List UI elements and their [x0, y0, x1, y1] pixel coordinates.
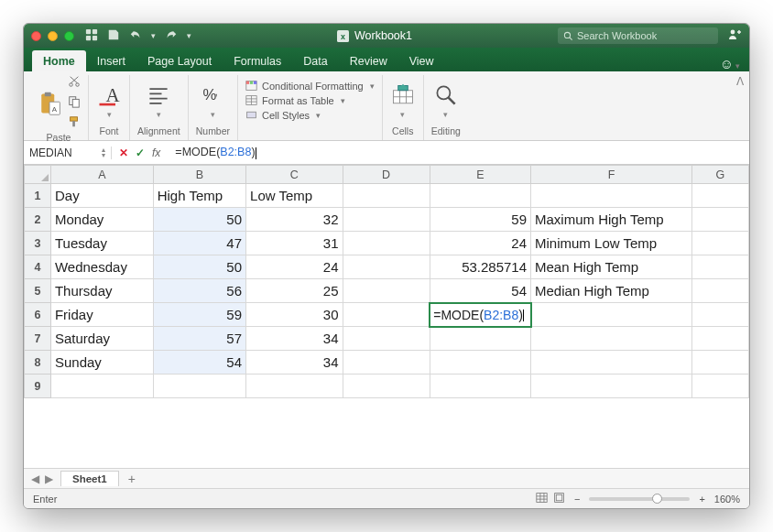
undo-icon[interactable]	[129, 28, 142, 44]
cell[interactable]: 47	[153, 232, 245, 255]
cell[interactable]	[343, 351, 430, 375]
col-header-G[interactable]: G	[691, 166, 748, 184]
cell[interactable]	[430, 327, 530, 351]
cell[interactable]	[343, 184, 430, 208]
cell[interactable]	[691, 232, 748, 255]
tab-formulas[interactable]: Formulas	[223, 50, 292, 71]
row-header[interactable]: 1	[25, 184, 51, 208]
autosave-icon[interactable]	[85, 28, 98, 44]
cell[interactable]: Median High Temp	[531, 279, 692, 303]
cell[interactable]	[531, 303, 692, 327]
cell[interactable]: Sunday	[50, 351, 153, 375]
undo-dropdown-icon[interactable]: ▾	[151, 31, 156, 40]
conditional-formatting-button[interactable]: Conditional Formatting▾	[245, 80, 375, 92]
zoom-out-button[interactable]: −	[574, 494, 580, 505]
cell[interactable]: 32	[246, 208, 343, 232]
col-header-B[interactable]: B	[153, 166, 245, 184]
cell[interactable]	[343, 375, 430, 398]
zoom-window-button[interactable]	[64, 31, 74, 41]
font-dropdown[interactable]: A ▾	[96, 82, 122, 119]
col-header-E[interactable]: E	[430, 166, 530, 184]
editing-dropdown[interactable]: ▾	[433, 82, 459, 119]
cell[interactable]: 59	[153, 303, 245, 327]
close-window-button[interactable]	[31, 31, 41, 41]
save-icon[interactable]	[107, 28, 120, 44]
cell[interactable]	[691, 375, 748, 398]
cell[interactable]	[430, 184, 530, 208]
tab-data[interactable]: Data	[292, 50, 338, 71]
minimize-window-button[interactable]	[48, 31, 58, 41]
cell[interactable]	[430, 351, 530, 375]
row-header[interactable]: 5	[25, 279, 51, 303]
cell[interactable]: 50	[153, 208, 245, 232]
cell[interactable]: 59	[430, 208, 530, 232]
cell[interactable]	[246, 375, 343, 398]
cell[interactable]: Saturday	[50, 327, 153, 351]
cell[interactable]	[691, 184, 748, 208]
cell[interactable]	[691, 255, 748, 279]
tab-view[interactable]: View	[398, 50, 445, 71]
redo-icon[interactable]	[165, 28, 178, 44]
cell[interactable]: Tuesday	[50, 232, 153, 255]
cell[interactable]: Day	[50, 184, 153, 208]
cell[interactable]	[691, 279, 748, 303]
tab-insert[interactable]: Insert	[86, 50, 136, 71]
row-header[interactable]: 8	[25, 351, 51, 375]
redo-dropdown-icon[interactable]: ▾	[187, 31, 191, 40]
cell[interactable]: 30	[246, 303, 343, 327]
cell[interactable]	[691, 351, 748, 375]
cell[interactable]: High Temp	[153, 184, 245, 208]
page-layout-view-button[interactable]	[553, 492, 565, 505]
cell[interactable]	[343, 232, 430, 255]
cell[interactable]	[343, 255, 430, 279]
search-box[interactable]: Search Workbook	[558, 27, 718, 44]
row-header[interactable]: 2	[25, 208, 51, 232]
spreadsheet-grid[interactable]: A B C D E F G 1 Day High Temp Low Temp 2…	[24, 165, 749, 468]
cancel-formula-button[interactable]: ✕	[119, 147, 128, 159]
row-header[interactable]: 7	[25, 327, 51, 351]
col-header-A[interactable]: A	[50, 166, 153, 184]
collapse-ribbon-button[interactable]: ᐱ	[736, 75, 744, 88]
zoom-level[interactable]: 160%	[714, 494, 740, 505]
cell[interactable]	[153, 375, 245, 398]
cell[interactable]	[531, 184, 692, 208]
number-format-dropdown[interactable]: %, ▾	[200, 82, 225, 119]
share-button[interactable]	[727, 27, 742, 45]
cell[interactable]	[691, 303, 748, 327]
tab-review[interactable]: Review	[339, 50, 398, 71]
alignment-dropdown[interactable]: ▾	[146, 82, 171, 119]
cell[interactable]: Monday	[50, 208, 153, 232]
cell[interactable]: 34	[246, 327, 343, 351]
select-all-corner[interactable]	[25, 166, 51, 184]
row-header[interactable]: 6	[25, 303, 51, 327]
primary-copche-button[interactable]	[68, 95, 81, 112]
col-header-F[interactable]: F	[531, 166, 692, 184]
cell[interactable]: 34	[246, 351, 343, 375]
row-header[interactable]: 9	[25, 375, 51, 398]
accept-formula-button[interactable]: ✓	[136, 147, 145, 159]
zoom-slider[interactable]	[589, 497, 690, 501]
add-sheet-button[interactable]: +	[119, 472, 145, 486]
col-header-D[interactable]: D	[343, 166, 430, 184]
cell[interactable]: 57	[153, 327, 245, 351]
cell[interactable]	[343, 208, 430, 232]
cell[interactable]: Wednesday	[50, 255, 153, 279]
cell[interactable]	[343, 279, 430, 303]
feedback-button[interactable]: ☺︎▾	[711, 56, 749, 71]
tab-page-layout[interactable]: Page Layout	[136, 50, 223, 71]
sheet-nav-next[interactable]: ▶	[43, 472, 55, 485]
zoom-in-button[interactable]: +	[699, 494, 704, 505]
cell[interactable]: 54	[430, 279, 530, 303]
sheet-tab[interactable]: Sheet1	[60, 471, 119, 486]
row-header[interactable]: 4	[25, 255, 51, 279]
name-box-stepper[interactable]: ▴▾	[102, 147, 105, 158]
cell[interactable]	[691, 208, 748, 232]
cell[interactable]: Minimum Low Temp	[531, 232, 692, 255]
active-cell-editing[interactable]: =MODE(B2:B8)	[430, 303, 530, 327]
cell[interactable]	[531, 327, 692, 351]
col-header-C[interactable]: C	[246, 166, 343, 184]
sheet-nav-prev[interactable]: ◀	[29, 472, 41, 485]
cell[interactable]	[430, 375, 530, 398]
cut-button[interactable]	[68, 75, 81, 92]
cell[interactable]: Friday	[50, 303, 153, 327]
